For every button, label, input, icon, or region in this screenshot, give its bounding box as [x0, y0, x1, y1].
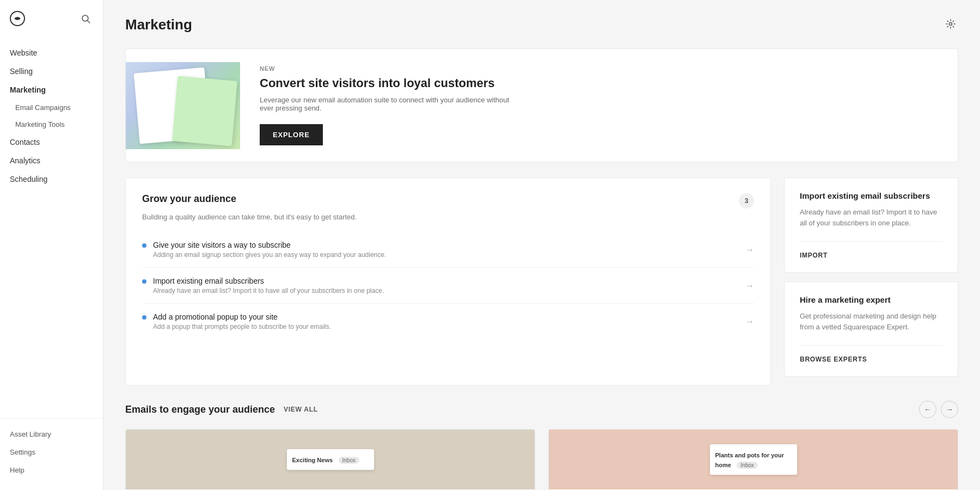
sidebar-bottom: Asset Library Settings Help: [0, 418, 103, 490]
content-row: Grow your audience 3 Building a quality …: [125, 177, 958, 385]
import-card: Import existing email subscribers Alread…: [784, 177, 958, 273]
next-button[interactable]: →: [941, 401, 958, 418]
grow-item-title: Add a promotional popup to your site: [153, 313, 331, 321]
grow-title: Grow your audience: [142, 193, 236, 205]
grow-audience-card: Grow your audience 3 Building a quality …: [125, 177, 771, 385]
grow-item-subscribe[interactable]: Give your site visitors a way to subscri…: [142, 232, 754, 268]
grow-header: Grow your audience 3: [142, 193, 754, 209]
view-all-button[interactable]: VIEW ALL: [284, 406, 318, 413]
grow-dot-icon: [142, 315, 146, 320]
sidebar-item-analytics[interactable]: Analytics: [0, 151, 103, 170]
sidebar-nav: Website Selling Marketing Email Campaign…: [0, 39, 103, 418]
grow-dot-icon: [142, 243, 146, 248]
search-button[interactable]: [79, 12, 93, 28]
banner-content: NEW Convert site visitors into loyal cus…: [240, 49, 958, 162]
sidebar: Website Selling Marketing Email Campaign…: [0, 0, 103, 490]
banner-new-label: NEW: [260, 65, 938, 72]
page-title: Marketing: [125, 16, 192, 33]
email-cards: Exciting News Inbox Plants and pots for …: [125, 429, 958, 490]
sidebar-item-contacts[interactable]: Contacts: [0, 133, 103, 151]
banner-image-card2: [172, 76, 237, 146]
banner-subtitle: Leverage our new email automation suite …: [260, 96, 521, 112]
grow-item-desc: Already have an email list? Import it to…: [153, 287, 384, 295]
side-cards: Import existing email subscribers Alread…: [784, 177, 958, 385]
main-header: Marketing: [125, 16, 958, 33]
grow-item-text: Import existing email subscribers Alread…: [153, 277, 384, 295]
email-card-exciting-news[interactable]: Exciting News Inbox: [125, 429, 535, 490]
grow-item-text: Add a promotional popup to your site Add…: [153, 313, 331, 330]
svg-line-2: [88, 20, 90, 23]
sidebar-item-settings[interactable]: Settings: [0, 443, 103, 461]
sidebar-item-marketing[interactable]: Marketing: [0, 81, 103, 99]
explore-button[interactable]: EXPLORE: [260, 124, 323, 145]
email-preview: Exciting News Inbox: [287, 449, 374, 470]
arrow-right-icon: →: [745, 281, 754, 291]
hire-expert-card: Hire a marketing expert Get professional…: [784, 281, 958, 377]
emails-title: Emails to engage your audience: [125, 404, 275, 415]
nav-arrows: ← →: [919, 401, 958, 418]
import-card-title: Import existing email subscribers: [800, 191, 942, 200]
import-link[interactable]: IMPORT: [800, 241, 942, 259]
grow-item-left: Add a promotional popup to your site Add…: [142, 313, 331, 330]
inbox-badge: Inbox: [737, 462, 757, 469]
logo-icon: [10, 11, 25, 28]
settings-button[interactable]: [943, 16, 958, 33]
sidebar-item-email-campaigns[interactable]: Email Campaigns: [0, 99, 103, 116]
prev-button[interactable]: ←: [919, 401, 936, 418]
grow-item-desc: Add a popup that prompts people to subsc…: [153, 323, 331, 330]
sidebar-item-website[interactable]: Website: [0, 44, 103, 62]
inbox-badge: Inbox: [339, 457, 359, 464]
arrow-right-icon: →: [745, 245, 754, 255]
hire-expert-title: Hire a marketing expert: [800, 295, 942, 304]
grow-subtitle: Building a quality audience can take tim…: [142, 213, 754, 221]
sidebar-item-scheduling[interactable]: Scheduling: [0, 170, 103, 188]
import-card-desc: Already have an email list? Import it to…: [800, 207, 942, 228]
banner-image: [126, 62, 240, 149]
email-preview-title: Exciting News: [292, 457, 333, 463]
grow-item-title: Import existing email subscribers: [153, 277, 384, 285]
svg-point-3: [950, 23, 952, 26]
main-content: Marketing NEW Convert site visitors into…: [103, 0, 980, 490]
grow-item-text: Give your site visitors a way to subscri…: [153, 241, 386, 259]
hire-expert-desc: Get professional marketing and design he…: [800, 311, 942, 332]
grow-item-left: Import existing email subscribers Alread…: [142, 277, 384, 295]
emails-header: Emails to engage your audience VIEW ALL …: [125, 401, 958, 418]
emails-title-row: Emails to engage your audience VIEW ALL: [125, 404, 318, 415]
sidebar-item-selling[interactable]: Selling: [0, 62, 103, 81]
browse-experts-link[interactable]: BROWSE EXPERTS: [800, 345, 942, 363]
email-preview: Plants and pots for your home Inbox: [710, 444, 797, 475]
sidebar-header: [0, 0, 103, 39]
sidebar-item-asset-library[interactable]: Asset Library: [0, 425, 103, 443]
grow-badge: 3: [739, 193, 754, 209]
grow-dot-icon: [142, 279, 146, 284]
email-card-plants-pots[interactable]: Plants and pots for your home Inbox: [548, 429, 958, 490]
email-card-bg: Plants and pots for your home Inbox: [549, 430, 958, 489]
emails-section: Emails to engage your audience VIEW ALL …: [125, 401, 958, 490]
grow-item-title: Give your site visitors a way to subscri…: [153, 241, 386, 249]
banner: NEW Convert site visitors into loyal cus…: [125, 48, 958, 162]
grow-item-import[interactable]: Import existing email subscribers Alread…: [142, 268, 754, 304]
grow-item-popup[interactable]: Add a promotional popup to your site Add…: [142, 304, 754, 339]
grow-item-desc: Adding an email signup section gives you…: [153, 251, 386, 259]
sidebar-item-marketing-tools[interactable]: Marketing Tools: [0, 116, 103, 133]
arrow-right-icon: →: [745, 317, 754, 327]
sidebar-item-help[interactable]: Help: [0, 461, 103, 479]
grow-item-left: Give your site visitors a way to subscri…: [142, 241, 386, 259]
email-card-bg: Exciting News Inbox: [126, 430, 535, 489]
banner-title: Convert site visitors into loyal custome…: [260, 76, 938, 90]
